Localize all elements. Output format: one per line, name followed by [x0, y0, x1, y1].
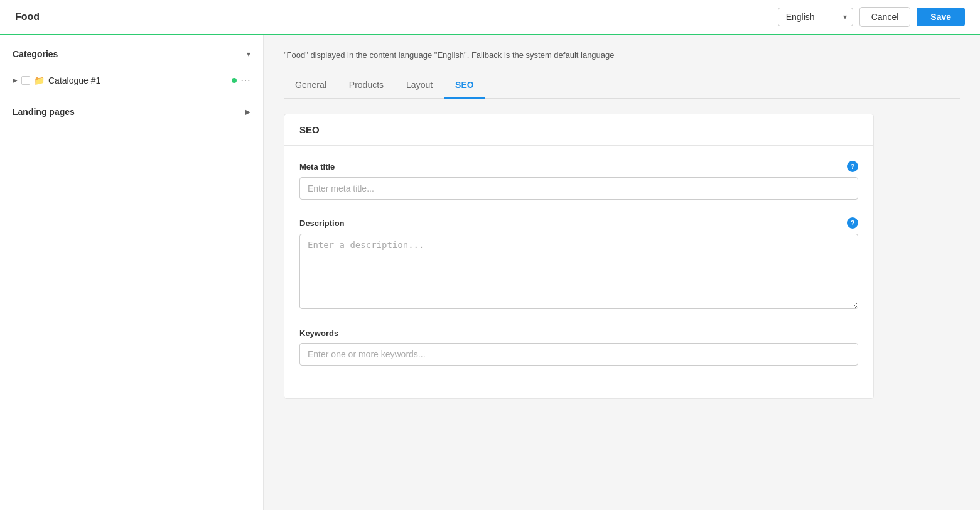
tree-checkbox[interactable] — [21, 76, 30, 85]
main-content: "Food" displayed in the content language… — [264, 35, 980, 510]
description-textarea[interactable] — [299, 234, 858, 309]
language-selector-wrapper: English French German Spanish ▾ — [778, 8, 853, 26]
sidebar-divider — [0, 95, 263, 95]
meta-title-group: Meta title ? — [299, 161, 858, 200]
tab-general[interactable]: General — [284, 72, 338, 99]
tree-item-catalogue[interactable]: ▶ 📁 Catalogue #1 ⋯ — [0, 68, 263, 92]
categories-title: Categories — [13, 49, 58, 59]
description-label: Description — [299, 219, 345, 228]
folder-icon: 📁 — [34, 75, 45, 85]
language-select[interactable]: English French German Spanish — [778, 8, 853, 26]
topbar: Food English French German Spanish ▾ Can… — [0, 0, 980, 35]
sidebar: Categories ▾ ▶ 📁 Catalogue #1 ⋯ Landing … — [0, 35, 264, 510]
info-banner: "Food" displayed in the content language… — [284, 50, 960, 60]
topbar-actions: English French German Spanish ▾ Cancel S… — [778, 7, 965, 27]
tree-expand-icon[interactable]: ▶ — [13, 77, 18, 84]
meta-title-help-icon[interactable]: ? — [847, 161, 858, 172]
description-header: Description ? — [299, 217, 858, 229]
description-help-icon[interactable]: ? — [847, 217, 858, 229]
seo-card: SEO Meta title ? Description ? — [284, 114, 874, 399]
page-title: Food — [15, 11, 40, 23]
keywords-label: Keywords — [299, 328, 338, 338]
tabs: General Products Layout SEO — [284, 72, 960, 99]
tab-seo[interactable]: SEO — [444, 72, 485, 99]
keywords-group: Keywords — [299, 328, 858, 366]
seo-card-body: Meta title ? Description ? Key — [284, 146, 873, 398]
categories-chevron-icon: ▾ — [247, 50, 250, 58]
landing-pages-title: Landing pages — [13, 107, 75, 117]
description-group: Description ? — [299, 217, 858, 311]
tree-item-label: Catalogue #1 — [48, 75, 228, 85]
main-layout: Categories ▾ ▶ 📁 Catalogue #1 ⋯ Landing … — [0, 35, 980, 510]
tab-layout[interactable]: Layout — [395, 72, 444, 99]
meta-title-label: Meta title — [299, 162, 335, 171]
landing-pages-chevron-icon: ▶ — [245, 107, 250, 116]
cancel-button[interactable]: Cancel — [859, 7, 911, 27]
keywords-input[interactable] — [299, 343, 858, 366]
meta-title-header: Meta title ? — [299, 161, 858, 172]
categories-section-header[interactable]: Categories ▾ — [0, 40, 263, 68]
seo-card-title: SEO — [299, 124, 320, 135]
more-options-icon[interactable]: ⋯ — [240, 74, 250, 86]
landing-pages-section[interactable]: Landing pages ▶ — [0, 98, 263, 126]
tab-products[interactable]: Products — [338, 72, 395, 99]
meta-title-input[interactable] — [299, 177, 858, 200]
save-button[interactable]: Save — [917, 8, 965, 26]
keywords-header: Keywords — [299, 328, 858, 338]
seo-card-header: SEO — [284, 114, 873, 146]
status-dot — [232, 78, 237, 83]
